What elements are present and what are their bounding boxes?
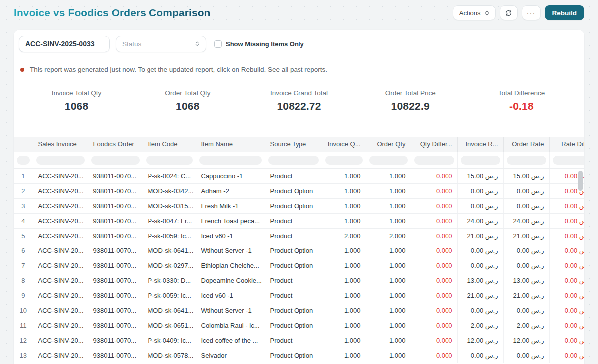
cell-order-qty: 1.000 — [366, 318, 411, 333]
cell-sales-invoice: ACC-SINV-20... — [33, 183, 88, 198]
column-header-item-code[interactable]: Item Code — [143, 137, 196, 152]
column-filter-input-qty-difference[interactable] — [414, 156, 454, 165]
show-missing-items-checkbox[interactable]: Show Missing Items Only — [214, 40, 304, 48]
cell-invoice-qty: 1.000 — [322, 348, 366, 363]
cell-sales-invoice: ACC-SINV-20... — [33, 303, 88, 318]
column-filter-input-order-qty[interactable] — [369, 156, 408, 165]
cell-qty-difference: 0.000 — [411, 348, 457, 363]
cell-source-type: Product Option — [265, 243, 322, 258]
cell-row-number: 5 — [14, 228, 33, 243]
table-row: 7ACC-SINV-20...938011-0070...MOD-sk-0297… — [14, 258, 584, 273]
cell-invoice-qty: 1.000 — [322, 273, 366, 288]
cell-order-rate: 13.00 ر.س — [503, 273, 549, 288]
column-filter-input-item-code[interactable] — [146, 156, 193, 165]
column-header-qty-difference[interactable]: Qty Differ... — [411, 137, 457, 152]
table-row: 12ACC-SINV-20...938011-0070...P-sk-0409:… — [14, 333, 584, 348]
cell-item-name: Fresh Milk -1 — [196, 198, 265, 213]
cell-foodics-order: 938011-0070... — [88, 183, 143, 198]
column-header-rate-difference[interactable]: Rate Diff... — [549, 137, 584, 152]
cell-order-qty: 1.000 — [366, 198, 411, 213]
cell-invoice-rate: 15.00 ر.س — [457, 168, 503, 183]
cell-order-rate: 0.00 ر.س — [503, 348, 549, 363]
cell-item-name: Cappuccino -1 — [196, 168, 265, 183]
cell-foodics-order: 938011-0070... — [88, 273, 143, 288]
cell-invoice-rate: 13.00 ر.س — [457, 273, 503, 288]
sales-invoice-filter-input[interactable] — [19, 36, 110, 52]
cell-invoice-qty: 1.000 — [322, 198, 366, 213]
rebuild-button[interactable]: Rebuild — [545, 5, 585, 20]
more-menu-button[interactable]: ··· — [522, 5, 541, 20]
cell-sales-invoice: ACC-SINV-20... — [33, 168, 88, 183]
vertical-scrollbar[interactable] — [578, 170, 583, 363]
vertical-scrollbar-thumb[interactable] — [578, 171, 583, 191]
cell-item-code: MOD-sk-0641... — [143, 243, 196, 258]
column-filter-input-foodics-order[interactable] — [91, 156, 140, 165]
column-header-foodics-order[interactable]: Foodics Order — [88, 137, 143, 152]
cell-invoice-rate: 24.00 ر.س — [457, 213, 503, 228]
column-header-invoice-qty[interactable]: Invoice Q... — [322, 137, 366, 152]
chevron-up-down-icon — [194, 41, 201, 47]
cell-qty-difference: 0.000 — [411, 228, 457, 243]
cell-invoice-qty: 1.000 — [322, 183, 366, 198]
column-filter-input-source-type[interactable] — [268, 156, 319, 165]
cell-order-rate: 0.00 ر.س — [503, 258, 549, 273]
cell-source-type: Product Option — [265, 318, 322, 333]
cell-item-code: P-sk-0059: Ic... — [143, 288, 196, 303]
cell-item-name: Iced v60 -1 — [196, 228, 265, 243]
cell-order-rate: 21.00 ر.س — [503, 228, 549, 243]
cell-qty-difference: 0.000 — [411, 213, 457, 228]
cell-sales-invoice: ACC-SINV-20... — [33, 318, 88, 333]
column-header-invoice-rate[interactable]: Invoice R... — [457, 137, 503, 152]
column-filter-input-invoice-qty[interactable] — [325, 156, 363, 165]
column-header-order-rate[interactable]: Order Rate — [503, 137, 549, 152]
summary-stat-label: Invoice Grand Total — [243, 89, 354, 97]
cell-row-number: 6 — [14, 243, 33, 258]
cell-sales-invoice: ACC-SINV-20... — [33, 213, 88, 228]
cell-qty-difference: 0.000 — [411, 243, 457, 258]
column-header-source-type[interactable]: Source Type — [265, 137, 322, 152]
cell-invoice-rate: 0.00 ر.س — [457, 303, 503, 318]
actions-dropdown-label: Actions — [459, 9, 481, 17]
summary-stat-value: 10822.72 — [243, 100, 354, 112]
cell-source-type: Product — [265, 213, 322, 228]
column-filter-input-row-number[interactable] — [17, 156, 30, 165]
column-filter-input-sales-invoice[interactable] — [36, 156, 85, 165]
actions-dropdown-button[interactable]: Actions — [453, 5, 496, 20]
cell-order-qty: 1.000 — [366, 213, 411, 228]
summary-stat: Invoice Grand Total10822.72 — [243, 89, 354, 112]
cell-qty-difference: 0.000 — [411, 258, 457, 273]
chevron-up-down-icon — [484, 10, 490, 16]
column-filter-input-invoice-rate[interactable] — [461, 156, 500, 165]
column-header-item-name[interactable]: Item Name — [196, 137, 265, 152]
summary-stat-value: -0.18 — [466, 100, 577, 112]
table-row: 4ACC-SINV-20...938011-0070...P-sk-0047: … — [14, 213, 584, 228]
refresh-button[interactable] — [500, 5, 518, 20]
past-reports-link[interactable]: See all past reports. — [268, 66, 327, 73]
cell-item-code: MOD-sk-0342... — [143, 183, 196, 198]
cell-foodics-order: 938011-0070... — [88, 348, 143, 363]
cell-item-code: MOD-sk-0297... — [143, 258, 196, 273]
cell-foodics-order: 938011-0070... — [88, 213, 143, 228]
column-header-order-qty[interactable]: Order Qty — [366, 137, 411, 152]
cell-invoice-qty: 1.000 — [322, 333, 366, 348]
cell-invoice-rate: 0.00 ر.س — [457, 243, 503, 258]
status-filter-select[interactable]: Status — [116, 36, 206, 52]
table-row: 10ACC-SINV-20...938011-0070...MOD-sk-064… — [14, 303, 584, 318]
page-title: Invoice vs Foodics Orders Comparison — [14, 7, 211, 19]
cell-row-number: 13 — [14, 348, 33, 363]
cell-source-type: Product Option — [265, 303, 322, 318]
table-row: 9ACC-SINV-20...938011-0070...P-sk-0059: … — [14, 288, 584, 303]
column-header-sales-invoice[interactable]: Sales Invoice — [33, 137, 88, 152]
cell-source-type: Product Option — [265, 258, 322, 273]
ellipsis-icon: ··· — [527, 9, 536, 17]
cell-order-qty: 1.000 — [366, 288, 411, 303]
cell-row-number: 12 — [14, 333, 33, 348]
cell-qty-difference: 0.000 — [411, 303, 457, 318]
column-header-row-number[interactable] — [14, 137, 33, 152]
cell-order-qty: 1.000 — [366, 258, 411, 273]
cell-invoice-rate: 0.00 ر.س — [457, 258, 503, 273]
cell-order-qty: 1.000 — [366, 243, 411, 258]
column-filter-input-order-rate[interactable] — [507, 156, 546, 165]
column-filter-input-item-name[interactable] — [199, 156, 262, 165]
column-filter-input-rate-difference[interactable] — [553, 156, 585, 165]
